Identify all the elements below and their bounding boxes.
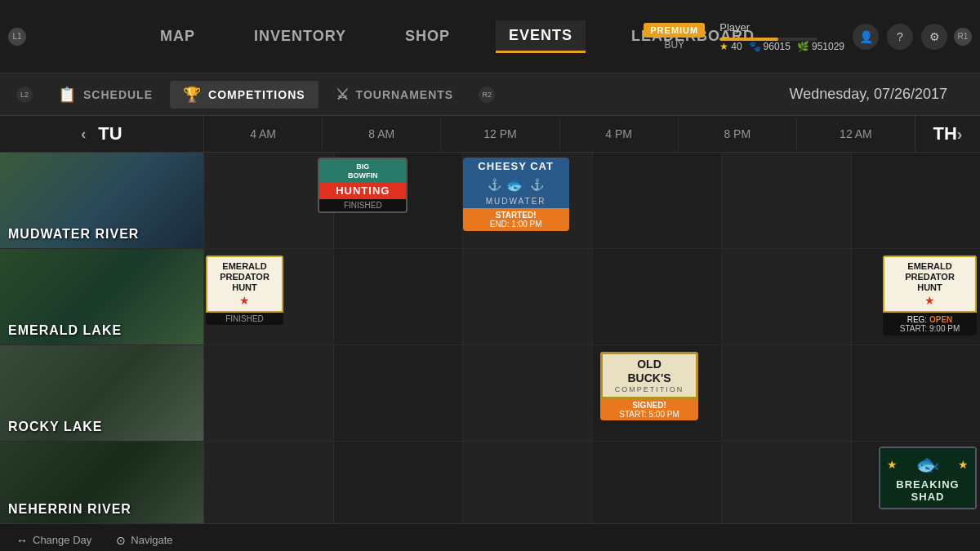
eph-card-left: EMERALDPREDATORHUNT ★ xyxy=(206,256,283,313)
grid-bg-3 xyxy=(204,345,980,441)
premium-button[interactable]: PREMIUM xyxy=(644,23,705,38)
grid-cell-4 xyxy=(593,249,723,344)
bs-title: BREAKING SHAD xyxy=(887,478,969,503)
nav-shop[interactable]: SHOP xyxy=(392,21,463,51)
fish-icon: 🐟 xyxy=(506,175,526,194)
settings-button[interactable]: ⚙ xyxy=(921,24,947,50)
anchor-right-icon: ⚓ xyxy=(530,178,544,191)
currency1-icon: 🐾 xyxy=(749,41,761,52)
tournaments-icon: ⚔ xyxy=(336,86,350,104)
time-4pm: 4 PM xyxy=(560,116,679,152)
help-button[interactable]: ? xyxy=(887,24,913,50)
grid-cell-2 xyxy=(334,249,464,344)
row-neherrin: NEHERRIN RIVER ★ 🐟 ★ BREAKING xyxy=(0,442,980,523)
bbh-top-text2: BOWFIN xyxy=(323,171,402,180)
event-eph-left[interactable]: EMERALDPREDATORHUNT ★ FINISHED xyxy=(206,256,283,325)
prev-day-label: TU xyxy=(98,123,122,144)
bs-fish-icon: 🐟 xyxy=(915,453,940,476)
grid-cell-4 xyxy=(593,442,723,523)
nav-inventory[interactable]: INVENTORY xyxy=(241,21,359,51)
event-cheesy-cat[interactable]: CHEESY CAT ⚓ 🐟 ⚓ MUDWATER STARTED! END: … xyxy=(463,158,569,231)
eph-title-right: EMERALDPREDATORHUNT xyxy=(889,261,970,294)
nav-events[interactable]: EVENTS xyxy=(496,20,586,53)
event-breaking-shad[interactable]: ★ 🐟 ★ BREAKING SHAD xyxy=(879,447,977,509)
eph-title-left: EMERALDPREDATORHUNT xyxy=(212,261,277,294)
tab-schedule[interactable]: 📋 SCHEDULE xyxy=(45,81,166,109)
location-mudwater-label: MUDWATER RIVER xyxy=(8,227,139,242)
grid-cell-2 xyxy=(334,345,464,441)
date-display: Wednesday, 07/26/2017 xyxy=(790,86,947,103)
emerald-events: EMERALDPREDATORHUNT ★ FINISHED EMERALDPR… xyxy=(204,249,980,344)
bbh-header: BIG BOWFIN xyxy=(319,159,406,182)
time-8pm: 8 PM xyxy=(679,116,797,152)
time-columns: 4 AM 8 AM 12 PM 4 PM 8 PM 12 AM xyxy=(204,116,915,152)
tab-competitions[interactable]: 🏆 COMPETITIONS xyxy=(170,81,318,109)
location-emerald: EMERALD LAKE xyxy=(0,249,204,344)
grid-cell-3 xyxy=(463,442,593,523)
ob-status-bar: SIGNED! START: 5:00 PM xyxy=(600,399,698,420)
row-rocky: ROCKY LAKE OLDBUCK'S COMPETITION SIGNED! xyxy=(0,345,980,442)
currency2-icon: 🌿 xyxy=(797,41,809,52)
schedule-icon: 📋 xyxy=(58,86,77,104)
event-big-bowfin[interactable]: BIG BOWFIN HUNTING FINISHED xyxy=(318,158,408,213)
grid-cell-5 xyxy=(722,442,852,523)
next-arrow[interactable]: › xyxy=(957,125,963,144)
tab-tournaments[interactable]: ⚔ TOURNAMENTS xyxy=(323,81,467,109)
nav-right-group: PREMIUM BUY Player ★ 40 🐾 96015 🌿 951029 xyxy=(644,21,947,52)
r2-badge: R2 xyxy=(479,87,495,103)
top-nav: L1 MAP INVENTORY SHOP EVENTS LEADERBOARD… xyxy=(0,0,980,73)
hint-change-day-label: Change Day xyxy=(33,534,91,546)
calendar-body: MUDWATER RIVER BIG BOWFIN HUNTING xyxy=(0,153,980,523)
bbh-title-bar: HUNTING xyxy=(319,182,406,199)
time-8am: 8 AM xyxy=(323,116,441,152)
next-day-label: TH xyxy=(933,123,957,144)
bs-star-left: ★ xyxy=(887,458,898,471)
nav-map[interactable]: MAP xyxy=(147,21,208,51)
hint-change-day: ↔ Change Day xyxy=(16,534,91,547)
grid-cell-2 xyxy=(334,442,464,523)
event-old-bucks[interactable]: OLDBUCK'S COMPETITION SIGNED! START: 5:0… xyxy=(600,352,698,420)
grid-cell-6 xyxy=(852,153,981,248)
eph-reg-status: OPEN xyxy=(929,315,952,324)
eph-star-right: ★ xyxy=(889,294,970,307)
grid-cell-5 xyxy=(722,153,852,248)
change-day-icon: ↔ xyxy=(16,534,28,547)
hint-navigate: ⊙ Navigate xyxy=(116,534,172,547)
time-12am: 12 AM xyxy=(797,116,915,152)
stat-level: ★ 40 xyxy=(719,41,742,52)
eph-reg-label: REG: xyxy=(907,315,929,324)
time-4am: 4 AM xyxy=(204,116,323,152)
location-emerald-label: EMERALD LAKE xyxy=(8,323,122,338)
bottom-bar: ↔ Change Day ⊙ Navigate xyxy=(0,523,980,551)
competitions-icon: 🏆 xyxy=(183,86,202,104)
buy-button[interactable]: BUY xyxy=(664,39,684,51)
cc-header: CHEESY CAT ⚓ 🐟 ⚓ MUDWATER xyxy=(463,158,569,208)
calendar-header: ‹ TU 4 AM 8 AM 12 PM 4 PM 8 PM 12 AM TH … xyxy=(0,116,980,153)
grid-cell-3 xyxy=(463,249,593,344)
profile-button[interactable]: 👤 xyxy=(853,24,879,50)
bbh-status: FINISHED xyxy=(319,199,406,211)
next-day-col[interactable]: TH › xyxy=(915,116,980,152)
rocky-events: OLDBUCK'S COMPETITION SIGNED! START: 5:0… xyxy=(204,345,980,441)
bs-star-right: ★ xyxy=(958,458,969,471)
r1-badge: R1 xyxy=(954,28,972,46)
hint-navigate-label: Navigate xyxy=(131,534,172,546)
grid-cell-5 xyxy=(722,249,852,344)
prev-day-col[interactable]: ‹ TU xyxy=(0,116,204,152)
cc-subtitle: MUDWATER xyxy=(486,197,546,206)
eph-reg-bar: REG: OPEN START: 9:00 PM xyxy=(883,313,977,335)
player-stats: ★ 40 🐾 96015 🌿 951029 xyxy=(719,41,844,52)
time-12pm: 12 PM xyxy=(441,116,559,152)
location-neherrin: NEHERRIN RIVER xyxy=(0,442,204,523)
prev-arrow[interactable]: ‹ xyxy=(81,126,86,143)
event-eph-right[interactable]: EMERALDPREDATORHUNT ★ REG: OPEN START: 9… xyxy=(883,256,977,335)
neherrin-events: ★ 🐟 ★ BREAKING SHAD xyxy=(204,442,980,523)
cc-end-label: END: 1:00 PM xyxy=(468,220,564,229)
grid-cell-5 xyxy=(722,345,852,441)
ob-card: OLDBUCK'S COMPETITION xyxy=(600,352,698,399)
l1-badge: L1 xyxy=(8,28,26,46)
grid-cell-1 xyxy=(204,153,334,248)
ob-title: OLDBUCK'S xyxy=(608,358,691,385)
sub-nav-items: 📋 SCHEDULE 🏆 COMPETITIONS ⚔ TOURNAMENTS xyxy=(45,81,466,109)
ob-start-time: START: 5:00 PM xyxy=(604,410,694,419)
